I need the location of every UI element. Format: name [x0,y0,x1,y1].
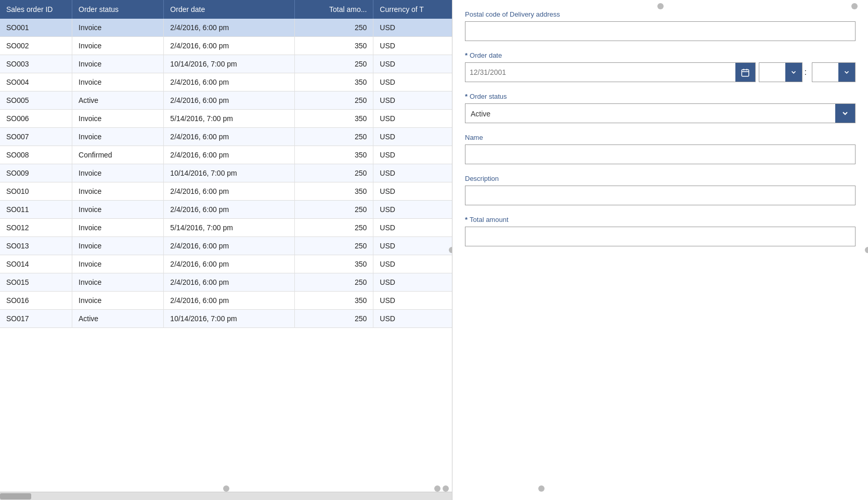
minute-dropdown-button[interactable] [838,63,855,82]
cell-date: 2/4/2016, 6:00 pm [164,146,295,164]
table-row[interactable]: SO007Invoice2/4/2016, 6:00 pm250USD [0,128,452,146]
cell-currency: USD [373,292,452,310]
resize-handle-middle-right[interactable] [449,247,452,253]
table-row[interactable]: SO017Active10/14/2016, 7:00 pm250USD [0,310,452,328]
cell-date: 2/4/2016, 6:00 pm [164,37,295,55]
name-input[interactable] [465,144,856,164]
table-scrollbar-thumb[interactable] [0,493,31,499]
col-header-date[interactable]: Order date [164,0,295,19]
cell-date: 10/14/2016, 7:00 pm [164,55,295,73]
postal-code-label: Postal code of Delivery address [465,10,856,18]
cell-id: SO006 [0,110,72,128]
table-wrapper[interactable]: Sales order ID Order status Order date T… [0,0,452,492]
table-row[interactable]: SO013Invoice2/4/2016, 6:00 pm250USD [0,237,452,255]
cell-amount: 250 [295,273,373,292]
cell-amount: 350 [295,73,373,91]
cell-status: Confirmed [72,146,164,164]
cell-amount: 350 [295,255,373,273]
resize-handle-top-right[interactable] [851,3,858,9]
description-field: Description [465,175,856,205]
table-row[interactable]: SO009Invoice10/14/2016, 7:00 pm250USD [0,164,452,182]
order-status-dropdown-button[interactable] [835,104,855,123]
resize-handle-top-center[interactable] [657,3,664,9]
hour-input-wrapper: 00 [759,62,802,82]
cell-date: 10/14/2016, 7:00 pm [164,310,295,328]
resize-handle-right-middle[interactable] [865,247,868,253]
cell-currency: USD [373,237,452,255]
calendar-button[interactable] [735,63,755,82]
order-date-field: * Order date 00 [465,51,856,82]
table-row[interactable]: SO015Invoice2/4/2016, 6:00 pm250USD [0,273,452,292]
cell-currency: USD [373,37,452,55]
datetime-row: 00 : 00 [465,62,856,82]
order-date-label: * Order date [465,51,856,59]
table-row[interactable]: SO008Confirmed2/4/2016, 6:00 pm350USD [0,146,452,164]
cell-date: 5/14/2016, 7:00 pm [164,219,295,237]
col-header-currency[interactable]: Currency of T [373,0,452,19]
table-row[interactable]: SO016Invoice2/4/2016, 6:00 pm350USD [0,292,452,310]
table-row[interactable]: SO005Active2/4/2016, 6:00 pm250USD [0,91,452,110]
cell-currency: USD [373,273,452,292]
cell-currency: USD [373,201,452,219]
table-body: SO001Invoice2/4/2016, 6:00 pm250USDSO002… [0,19,452,328]
svg-rect-0 [742,70,749,76]
cell-status: Invoice [72,73,164,91]
col-header-status[interactable]: Order status [72,0,164,19]
description-label: Description [465,175,856,182]
cell-amount: 250 [295,310,373,328]
cell-currency: USD [373,73,452,91]
table-row[interactable]: SO012Invoice5/14/2016, 7:00 pm250USD [0,219,452,237]
table-row[interactable]: SO002Invoice2/4/2016, 6:00 pm350USD [0,37,452,55]
cell-currency: USD [373,55,452,73]
cell-status: Invoice [72,273,164,292]
cell-amount: 250 [295,219,373,237]
postal-code-input[interactable] [465,21,856,41]
cell-id: SO017 [0,310,72,328]
col-header-amount[interactable]: Total amo... [295,0,373,19]
cell-status: Invoice [72,19,164,37]
table-row[interactable]: SO006Invoice5/14/2016, 7:00 pm350USD [0,110,452,128]
resize-handle-bottom-right[interactable] [443,485,449,492]
cell-status: Active [72,91,164,110]
cell-status: Invoice [72,164,164,182]
main-container: Sales order ID Order status Order date T… [0,0,868,500]
resize-handle-bottom-right2[interactable] [538,485,545,492]
table-row[interactable]: SO010Invoice2/4/2016, 6:00 pm350USD [0,182,452,201]
cell-id: SO014 [0,255,72,273]
order-status-select-wrapper: Active [465,103,856,123]
table-row[interactable]: SO014Invoice2/4/2016, 6:00 pm350USD [0,255,452,273]
table-panel: Sales order ID Order status Order date T… [0,0,452,500]
cell-date: 2/4/2016, 6:00 pm [164,91,295,110]
cell-amount: 350 [295,146,373,164]
cell-currency: USD [373,310,452,328]
resize-handle-bottom-center[interactable] [223,485,229,492]
cell-status: Invoice [72,255,164,273]
cell-date: 2/4/2016, 6:00 pm [164,73,295,91]
table-horizontal-scrollbar[interactable] [0,492,452,500]
date-input-wrapper [465,62,756,82]
table-row[interactable]: SO004Invoice2/4/2016, 6:00 pm350USD [0,73,452,91]
minute-input[interactable]: 00 [812,63,838,82]
table-row[interactable]: SO001Invoice2/4/2016, 6:00 pm250USD [0,19,452,37]
cell-status: Invoice [72,292,164,310]
cell-date: 2/4/2016, 6:00 pm [164,128,295,146]
time-separator: : [802,62,809,82]
order-status-value: Active [465,104,835,123]
hour-dropdown-button[interactable] [785,63,802,82]
table-row[interactable]: SO011Invoice2/4/2016, 6:00 pm250USD [0,201,452,219]
cell-status: Invoice [72,201,164,219]
hour-input[interactable]: 00 [759,63,785,82]
col-header-id[interactable]: Sales order ID [0,0,72,19]
cell-id: SO016 [0,292,72,310]
total-amount-field: * Total amount [465,216,856,246]
total-amount-input[interactable] [465,227,856,246]
cell-status: Invoice [72,182,164,201]
cell-amount: 350 [295,292,373,310]
cell-status: Invoice [72,37,164,55]
cell-status: Invoice [72,237,164,255]
table-row[interactable]: SO003Invoice10/14/2016, 7:00 pm250USD [0,55,452,73]
date-text-input[interactable] [465,63,735,82]
cell-id: SO005 [0,91,72,110]
form-panel: Postal code of Delivery address * Order … [452,0,868,500]
description-input[interactable] [465,186,856,205]
